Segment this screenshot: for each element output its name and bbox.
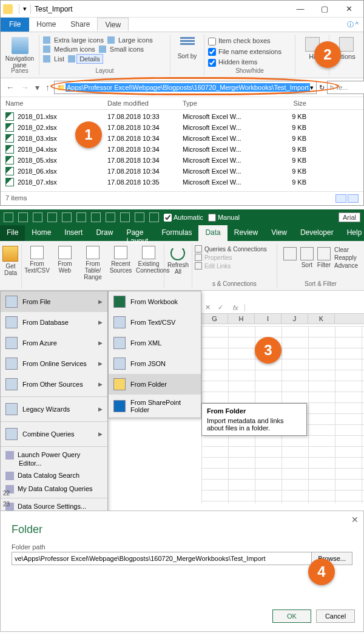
submenu-json[interactable]: From JSON <box>109 353 201 374</box>
layout-list[interactable]: List <box>52 55 67 63</box>
col-name[interactable]: Name <box>5 100 107 107</box>
menu-from-online[interactable]: From Online Services▶ <box>1 353 107 374</box>
menu-legacy[interactable]: Legacy Wizards▶ <box>1 399 107 419</box>
menu-combine[interactable]: Combine Queries▶ <box>1 424 107 444</box>
qat-icon[interactable] <box>149 212 159 222</box>
tab-file[interactable]: File <box>1 18 29 32</box>
submenu-folder[interactable]: From Folder <box>109 374 201 395</box>
col-header[interactable]: J <box>281 314 308 324</box>
forward-button[interactable]: → <box>19 83 31 92</box>
file-row[interactable]: 2018_03.xlsx17.08.2018 10:34Microsoft Ex… <box>1 133 363 144</box>
layout-details[interactable]: Details <box>76 54 103 64</box>
save-icon[interactable] <box>4 212 13 222</box>
recent-button[interactable]: ▾ <box>33 83 41 92</box>
tab-data[interactable]: Data <box>198 225 227 241</box>
nav-pane-button[interactable]: Navigation pane Panes <box>1 35 39 75</box>
col-header[interactable]: K <box>308 314 335 324</box>
formula-bar[interactable]: ✕ ✓ fx <box>201 302 364 314</box>
tab-review[interactable]: Review <box>228 225 265 241</box>
from-text-csv-button[interactable]: From Text/CSV <box>24 245 50 280</box>
sort-button[interactable]: Sort <box>300 246 314 270</box>
get-data-button[interactable]: Get Data <box>0 243 22 288</box>
layout-sm[interactable]: Small icons <box>107 45 146 53</box>
refresh-all-button[interactable]: Refresh All <box>164 243 192 288</box>
qat-icon[interactable] <box>62 212 72 222</box>
qat-icon[interactable] <box>76 212 86 222</box>
file-row[interactable]: 2018_06.xlsx17.08.2018 10:34Microsoft Ex… <box>1 166 363 177</box>
menu-from-database[interactable]: From Database▶ <box>1 312 107 333</box>
submenu-sharepoint[interactable]: From SharePoint Folder <box>109 395 201 418</box>
sort-by-button[interactable]: Sort by <box>170 35 204 75</box>
qat-icon[interactable] <box>47 212 57 222</box>
up-button[interactable]: ↑ <box>44 83 52 92</box>
qat-icon[interactable] <box>135 212 144 222</box>
file-row[interactable]: 2018_04.xlsx17.08.2018 10:34Microsoft Ex… <box>1 144 363 155</box>
sort-az-button[interactable] <box>283 246 297 270</box>
layout-med[interactable]: Medium icons <box>52 45 98 53</box>
cancel-button[interactable]: Cancel <box>316 609 355 623</box>
submenu-textcsv[interactable]: From Text/CSV <box>109 312 201 333</box>
tab-view[interactable]: View <box>265 225 294 241</box>
enter-icon[interactable]: ✓ <box>214 304 227 311</box>
file-row[interactable]: 2018_05.xlsx17.08.2018 10:34Microsoft Ex… <box>1 155 363 166</box>
menu-from-file[interactable]: From File▶ <box>1 291 107 312</box>
layout-lg[interactable]: Large icons <box>116 36 155 44</box>
help-icon[interactable]: ⓘ ^ <box>342 18 363 32</box>
calc-automatic[interactable]: Automatic <box>164 214 203 222</box>
submenu-workbook[interactable]: From Workbook <box>109 291 201 312</box>
view-details-icon[interactable] <box>335 194 346 203</box>
close-button[interactable]: ✕ <box>337 4 361 13</box>
from-table-button[interactable]: From Table/ Range <box>80 245 106 280</box>
qat-icon[interactable] <box>106 212 115 222</box>
menu-my-catalog[interactable]: My Data Catalog Queries <box>1 483 107 496</box>
dialog-close-button[interactable]: ✕ <box>351 515 359 524</box>
tab-share[interactable]: Share <box>63 18 97 32</box>
fx-icon[interactable]: fx <box>227 304 245 311</box>
search-input[interactable] <box>327 81 364 94</box>
clear-button[interactable]: Clear <box>334 246 358 254</box>
menu-launch-pq[interactable]: Launch Power Query Editor... <box>1 449 107 469</box>
col-size[interactable]: Size <box>270 100 306 107</box>
file-row[interactable]: 2018_07.xlsx17.08.2018 10:35Microsoft Ex… <box>1 177 363 188</box>
dropdown-icon[interactable]: ▾ <box>310 84 314 92</box>
queries-button[interactable]: Queries & Connections <box>204 246 267 253</box>
font-selector[interactable]: Arial <box>339 212 360 222</box>
down-icon[interactable]: ▾ <box>23 5 27 13</box>
cancel-icon[interactable]: ✕ <box>201 304 214 311</box>
existing-connections-button[interactable]: Existing Connections <box>136 245 161 280</box>
tab-home[interactable]: Home <box>25 225 58 241</box>
col-header[interactable]: I <box>255 314 281 324</box>
file-row[interactable]: 2018_01.xlsx17.08.2018 10:33Microsoft Ex… <box>1 111 363 122</box>
address-path[interactable]: Apps\Professor Excel\Webpage\Blogposts\1… <box>66 83 310 92</box>
view-large-icon[interactable] <box>348 194 359 203</box>
col-type[interactable]: Type <box>183 100 270 107</box>
tab-formulas[interactable]: Formulas <box>155 225 198 241</box>
maximize-button[interactable]: ▢ <box>312 4 337 13</box>
refresh-icon[interactable]: ↻ <box>319 84 325 92</box>
minimize-button[interactable]: — <box>288 4 312 13</box>
check-item-boxes[interactable]: Item check boxes <box>208 37 291 46</box>
tab-file[interactable]: File <box>0 225 25 241</box>
folder-path-input[interactable] <box>12 552 312 565</box>
row-num[interactable]: 22 <box>0 490 10 501</box>
submenu-xml[interactable]: From XML <box>109 333 201 353</box>
from-web-button[interactable]: From Web <box>52 245 78 280</box>
redo-icon[interactable] <box>33 212 42 222</box>
ok-button[interactable]: OK <box>272 609 311 623</box>
advanced-button[interactable]: Advance <box>334 262 358 270</box>
col-header[interactable]: H <box>228 314 255 324</box>
reapply-button[interactable]: Reapply <box>334 254 358 262</box>
tab-page-layout[interactable]: Page Layout <box>120 225 155 241</box>
undo-icon[interactable] <box>18 212 28 222</box>
menu-from-azure[interactable]: From Azure▶ <box>1 333 107 353</box>
qat-icon[interactable] <box>120 212 130 222</box>
menu-catalog-search[interactable]: Data Catalog Search <box>1 469 107 483</box>
tab-insert[interactable]: Insert <box>58 225 89 241</box>
check-hidden[interactable]: Hidden items <box>208 58 291 67</box>
tab-help[interactable]: Help <box>340 225 364 241</box>
back-button[interactable]: ← <box>4 83 16 92</box>
properties-button[interactable]: Properties <box>204 254 232 261</box>
calc-manual[interactable]: Manual <box>208 214 240 222</box>
tab-view[interactable]: View <box>97 18 129 32</box>
check-extensions[interactable]: File name extensions <box>208 48 291 56</box>
